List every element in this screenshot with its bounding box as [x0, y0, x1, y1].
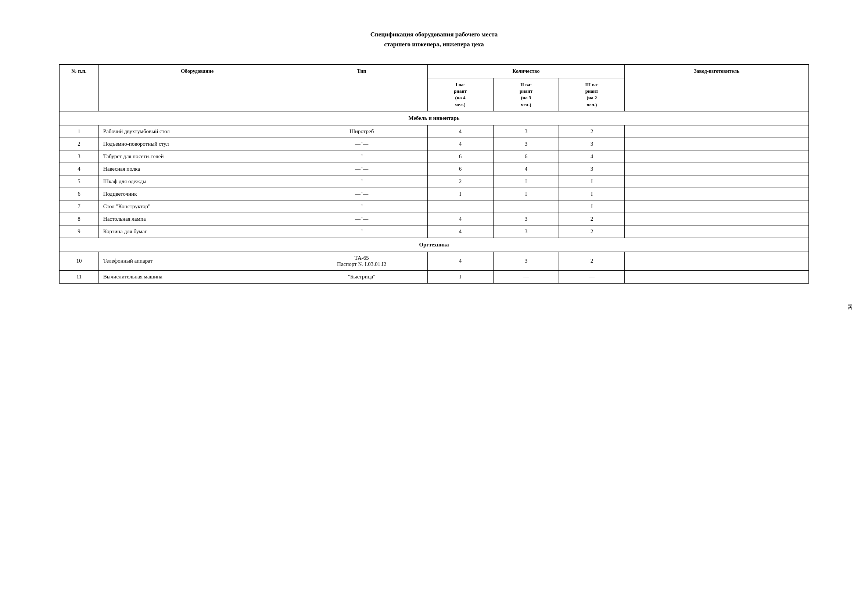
- cell-num: 5: [59, 175, 99, 188]
- cell-type: —"—: [296, 213, 428, 225]
- cell-qty2: —: [493, 200, 559, 213]
- table-row: 8Настольная лампа—"—432: [59, 213, 809, 225]
- cell-qty3: 3: [559, 163, 625, 175]
- cell-qty1: 4: [428, 252, 493, 271]
- cell-type: —"—: [296, 188, 428, 200]
- col-header-quantity: Количество: [428, 64, 625, 78]
- table-row: 10Телефонный аппаратТА-65 Паспорт № I.03…: [59, 252, 809, 271]
- cell-num: 11: [59, 271, 99, 283]
- cell-qty3: —: [559, 271, 625, 283]
- cell-qty1: 4: [428, 138, 493, 150]
- cell-maker: [625, 163, 809, 175]
- cell-num: 4: [59, 163, 99, 175]
- cell-maker: [625, 213, 809, 225]
- section-header: Оргтехника: [59, 238, 809, 252]
- table-row: 1Рабочий двухтумбовый столШиротреб432: [59, 125, 809, 138]
- cell-qty3: I: [559, 188, 625, 200]
- col-header-maker: Завод-изготовитель: [625, 64, 809, 111]
- cell-num: 7: [59, 200, 99, 213]
- cell-equipment: Подцветочник: [99, 188, 296, 200]
- col-header-num: № п.п.: [59, 64, 99, 111]
- col-header-qty2: II ва-риант(на 3чел.): [493, 78, 559, 111]
- cell-maker: [625, 188, 809, 200]
- side-page-number: 34: [847, 304, 853, 310]
- cell-type: —"—: [296, 200, 428, 213]
- cell-num: 10: [59, 252, 99, 271]
- cell-qty3: 2: [559, 125, 625, 138]
- cell-equipment: Стол "Конструктор": [99, 200, 296, 213]
- cell-equipment: Настольная лампа: [99, 213, 296, 225]
- cell-equipment: Рабочий двухтумбовый стол: [99, 125, 296, 138]
- cell-qty1: I: [428, 271, 493, 283]
- cell-qty2: —: [493, 271, 559, 283]
- cell-num: 6: [59, 188, 99, 200]
- cell-qty1: 6: [428, 163, 493, 175]
- col-header-qty1: I ва-риант(на 4чел.): [428, 78, 493, 111]
- table-row: 5Шкаф для одежды—"—2II: [59, 175, 809, 188]
- cell-equipment: Телефонный аппарат: [99, 252, 296, 271]
- cell-qty2: 3: [493, 252, 559, 271]
- table-row: 4Навесная полка—"—643: [59, 163, 809, 175]
- cell-qty3: 3: [559, 138, 625, 150]
- cell-equipment: Подъемно-поворотный стул: [99, 138, 296, 150]
- col-header-equipment: Оборудование: [99, 64, 296, 111]
- cell-type: —"—: [296, 163, 428, 175]
- cell-type: —"—: [296, 138, 428, 150]
- cell-qty2: 3: [493, 225, 559, 238]
- cell-qty1: 4: [428, 125, 493, 138]
- cell-qty3: I: [559, 200, 625, 213]
- cell-type: Широтреб: [296, 125, 428, 138]
- cell-qty2: 3: [493, 125, 559, 138]
- cell-qty2: I: [493, 175, 559, 188]
- cell-maker: [625, 271, 809, 283]
- cell-equipment: Корзина для бумаг: [99, 225, 296, 238]
- table-row: 2Подъемно-поворотный стул—"—433: [59, 138, 809, 150]
- cell-qty1: I: [428, 188, 493, 200]
- cell-qty3: I: [559, 175, 625, 188]
- cell-equipment: Табурет для посети-телей: [99, 150, 296, 163]
- cell-maker: [625, 252, 809, 271]
- table-row: 6Подцветочник—"—III: [59, 188, 809, 200]
- table-row: 9Корзина для бумаг—"—432: [59, 225, 809, 238]
- cell-maker: [625, 175, 809, 188]
- cell-equipment: Вычислительная машина: [99, 271, 296, 283]
- cell-qty2: 3: [493, 213, 559, 225]
- cell-num: 1: [59, 125, 99, 138]
- page-title: Спецификация оборудования рабочего места…: [59, 30, 809, 49]
- cell-maker: [625, 125, 809, 138]
- col-header-qty3: III ва-риант(на 2чел.): [559, 78, 625, 111]
- cell-qty3: 4: [559, 150, 625, 163]
- cell-qty2: 6: [493, 150, 559, 163]
- cell-num: 8: [59, 213, 99, 225]
- section-header: Мебель и инвентарь: [59, 111, 809, 125]
- cell-qty1: 2: [428, 175, 493, 188]
- cell-qty3: 2: [559, 252, 625, 271]
- cell-num: 9: [59, 225, 99, 238]
- specification-table: № п.п. Оборудование Тип Количество Завод…: [59, 64, 809, 283]
- title-line1: Спецификация оборудования рабочего места: [59, 30, 809, 39]
- cell-num: 3: [59, 150, 99, 163]
- cell-qty2: 3: [493, 138, 559, 150]
- cell-type: —"—: [296, 150, 428, 163]
- cell-maker: [625, 150, 809, 163]
- table-row: 11Вычислительная машина"Быстрица"I——: [59, 271, 809, 283]
- cell-maker: [625, 138, 809, 150]
- cell-qty1: —: [428, 200, 493, 213]
- cell-qty1: 6: [428, 150, 493, 163]
- cell-maker: [625, 200, 809, 213]
- table-row: 3Табурет для посети-телей—"—664: [59, 150, 809, 163]
- cell-qty2: I: [493, 188, 559, 200]
- cell-type: "Быстрица": [296, 271, 428, 283]
- cell-qty3: 2: [559, 213, 625, 225]
- cell-qty3: 2: [559, 225, 625, 238]
- cell-num: 2: [59, 138, 99, 150]
- cell-equipment: Шкаф для одежды: [99, 175, 296, 188]
- cell-type: —"—: [296, 225, 428, 238]
- cell-qty1: 4: [428, 225, 493, 238]
- cell-qty1: 4: [428, 213, 493, 225]
- col-header-type: Тип: [296, 64, 428, 111]
- cell-type: ТА-65 Паспорт № I.03.01.I2: [296, 252, 428, 271]
- cell-type: —"—: [296, 175, 428, 188]
- cell-maker: [625, 225, 809, 238]
- cell-qty2: 4: [493, 163, 559, 175]
